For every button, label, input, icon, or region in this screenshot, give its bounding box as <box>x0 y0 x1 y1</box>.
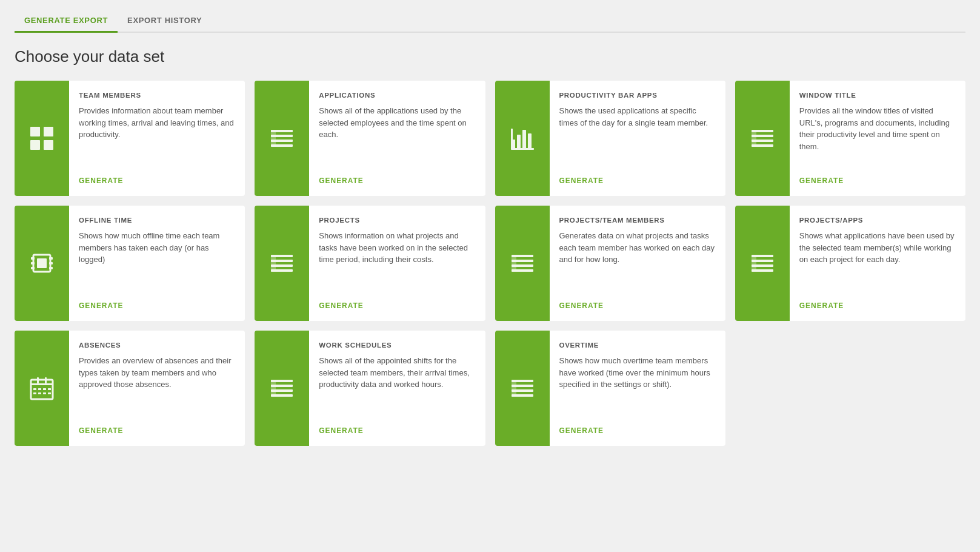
card-title-work-schedules: WORK SCHEDULES <box>319 342 475 349</box>
card-overtime: OVERTIME Shows how much overtime team me… <box>495 331 725 446</box>
tab-export-history[interactable]: EXPORT HISTORY <box>118 10 212 33</box>
cards-row-1: TEAM MEMBERS Provides information about … <box>15 81 965 196</box>
generate-button-applications[interactable]: GENERATE <box>319 177 475 185</box>
card-content-window-title: WINDOW TITLE Provides all the window tit… <box>790 81 965 196</box>
card-icon-bar-absences <box>15 331 69 446</box>
card-projects-team-members: PROJECTS/TEAM MEMBERS Generates data on … <box>495 206 725 321</box>
card-content-absences: ABSENCES Provides an overview of absence… <box>69 331 245 446</box>
card-title-overtime: OVERTIME <box>559 342 716 349</box>
card-title-window-title: WINDOW TITLE <box>799 92 956 99</box>
list-icon-7 <box>509 375 536 402</box>
card-title-offline: OFFLINE TIME <box>79 217 235 224</box>
card-desc-overtime: Shows how much overtime team members hav… <box>559 355 716 418</box>
generate-button-offline[interactable]: GENERATE <box>79 301 235 310</box>
card-icon-bar-offline <box>15 206 69 321</box>
list-icon <box>268 125 295 152</box>
card-desc-projects-team: Generates data on what projects and task… <box>559 230 716 293</box>
card-icon-bar-projects <box>255 206 309 321</box>
grid-icon <box>28 125 55 152</box>
card-content-applications: APPLICATIONS Shows all of the applicatio… <box>309 81 485 196</box>
card-icon-bar-team-members <box>15 81 69 196</box>
generate-button-team-members[interactable]: GENERATE <box>79 177 235 185</box>
cards-row-2: OFFLINE TIME Shows how much offline time… <box>15 206 965 321</box>
card-absences: ABSENCES Provides an overview of absence… <box>15 331 245 446</box>
tab-generate-export[interactable]: GENERATE EXPORT <box>15 10 118 33</box>
card-projects-apps: PROJECTS/APPS Shows what applications ha… <box>735 206 965 321</box>
card-content-projects-team: PROJECTS/TEAM MEMBERS Generates data on … <box>550 206 725 321</box>
film-icon <box>28 250 55 277</box>
card-content-projects: PROJECTS Shows information on what proje… <box>309 206 485 321</box>
list-icon-6 <box>268 375 295 402</box>
card-title-applications: APPLICATIONS <box>319 92 475 99</box>
calendar-icon <box>28 375 55 402</box>
generate-button-absences[interactable]: GENERATE <box>79 426 235 435</box>
card-team-members: TEAM MEMBERS Provides information about … <box>15 81 245 196</box>
card-offline-time: OFFLINE TIME Shows how much offline time… <box>15 206 245 321</box>
card-icon-bar-projects-team <box>495 206 550 321</box>
card-content-projects-apps: PROJECTS/APPS Shows what applications ha… <box>790 206 965 321</box>
card-desc-projects: Shows information on what projects and t… <box>319 230 475 293</box>
card-projects: PROJECTS Shows information on what proje… <box>255 206 485 321</box>
card-desc-projects-apps: Shows what applications have been used b… <box>799 230 956 293</box>
card-desc-work-schedules: Shows all of the appointed shifts for th… <box>319 355 475 418</box>
page-title: Choose your data set <box>15 47 965 66</box>
card-icon-bar-work-schedules <box>255 331 309 446</box>
card-content-offline: OFFLINE TIME Shows how much offline time… <box>69 206 245 321</box>
card-title-team-members: TEAM MEMBERS <box>79 92 235 99</box>
card-title-productivity: PRODUCTIVITY BAR APPS <box>559 92 716 99</box>
card-desc-team-members: Provides information about team member w… <box>79 105 235 168</box>
list-icon-4 <box>509 250 536 277</box>
card-content-team-members: TEAM MEMBERS Provides information about … <box>69 81 245 196</box>
list-icon-2 <box>749 125 776 152</box>
card-title-absences: ABSENCES <box>79 342 235 349</box>
card-title-projects: PROJECTS <box>319 217 475 224</box>
tab-bar: GENERATE EXPORT EXPORT HISTORY <box>15 0 965 33</box>
generate-button-projects-apps[interactable]: GENERATE <box>799 301 956 310</box>
generate-button-projects-team[interactable]: GENERATE <box>559 301 716 310</box>
card-window-title: WINDOW TITLE Provides all the window tit… <box>735 81 965 196</box>
card-icon-bar-applications <box>255 81 309 196</box>
card-content-productivity: PRODUCTIVITY BAR APPS Shows the used app… <box>550 81 725 196</box>
list-icon-3 <box>268 250 295 277</box>
card-content-work-schedules: WORK SCHEDULES Shows all of the appointe… <box>309 331 485 446</box>
card-title-projects-team: PROJECTS/TEAM MEMBERS <box>559 217 716 224</box>
card-work-schedules: WORK SCHEDULES Shows all of the appointe… <box>255 331 485 446</box>
card-productivity-bar-apps: PRODUCTIVITY BAR APPS Shows the used app… <box>495 81 725 196</box>
card-applications: APPLICATIONS Shows all of the applicatio… <box>255 81 485 196</box>
bar-icon <box>509 125 536 152</box>
card-desc-window-title: Provides all the window titles of visite… <box>799 105 956 168</box>
card-desc-absences: Provides an overview of absences and the… <box>79 355 235 418</box>
generate-button-work-schedules[interactable]: GENERATE <box>319 426 475 435</box>
card-desc-offline: Shows how much offline time each team me… <box>79 230 235 293</box>
card-desc-productivity: Shows the used applications at specific … <box>559 105 716 168</box>
generate-button-overtime[interactable]: GENERATE <box>559 426 716 435</box>
card-content-overtime: OVERTIME Shows how much overtime team me… <box>550 331 725 446</box>
page-container: GENERATE EXPORT EXPORT HISTORY Choose yo… <box>0 0 980 460</box>
card-title-projects-apps: PROJECTS/APPS <box>799 217 956 224</box>
list-icon-5 <box>749 250 776 277</box>
card-icon-bar-projects-apps <box>735 206 790 321</box>
card-icon-bar-productivity <box>495 81 550 196</box>
card-icon-bar-overtime <box>495 331 550 446</box>
card-icon-bar-window-title <box>735 81 790 196</box>
cards-row-3: ABSENCES Provides an overview of absence… <box>15 331 965 446</box>
generate-button-productivity[interactable]: GENERATE <box>559 177 716 185</box>
generate-button-window-title[interactable]: GENERATE <box>799 177 956 185</box>
card-desc-applications: Shows all of the applications used by th… <box>319 105 475 168</box>
generate-button-projects[interactable]: GENERATE <box>319 301 475 310</box>
